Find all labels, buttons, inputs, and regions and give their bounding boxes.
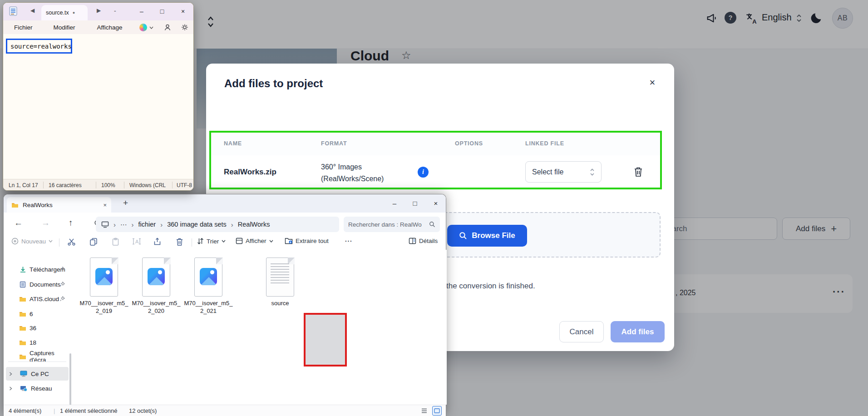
notepad-minimize-button[interactable]: – (134, 5, 149, 18)
explorer-tab[interactable]: RealWorks × (7, 197, 111, 213)
line-ending: Windows (CRL (129, 182, 166, 188)
this-pc-icon[interactable] (101, 221, 109, 228)
notepad-window: ◀ source.tx ● ▶ - – □ × Fichier Modifier… (3, 2, 194, 191)
selection-count: 1 élément sélectionné (60, 407, 117, 414)
file-label-line1: M70__isover_m5_ (131, 299, 182, 307)
add-files-submit-button[interactable]: Add files (611, 321, 665, 342)
explorer-maximize-button[interactable]: □ (407, 196, 423, 210)
tab-forward-icon[interactable]: ▶ (97, 7, 101, 14)
file-name: RealWorks.zip (224, 168, 276, 177)
thumbnail-view-icon[interactable] (432, 406, 442, 416)
copilot-chevron-icon[interactable] (149, 26, 153, 29)
sidebar-item-reseau[interactable]: Réseau (6, 381, 69, 395)
details-button[interactable]: Détails (409, 238, 438, 244)
search-icon (429, 221, 435, 228)
unsaved-dot-icon: ● (73, 10, 75, 15)
share-icon[interactable] (153, 238, 162, 246)
account-icon[interactable] (164, 24, 171, 31)
sidebar-label: 6 (30, 311, 33, 317)
crumb-ellipsis[interactable]: ··· (120, 221, 127, 228)
tab-close-icon[interactable]: × (103, 202, 107, 208)
sort-button[interactable]: Trier (197, 238, 226, 245)
crumb-datasets[interactable]: 360 image data sets (167, 221, 227, 228)
notepad-tab[interactable]: source.tx ● (41, 5, 88, 20)
rename-icon[interactable]: A (132, 238, 141, 245)
nav-up-icon[interactable]: ↑ (69, 218, 73, 228)
file-item-020[interactable]: M70__isover_m5_2_020 (131, 258, 182, 315)
tab-back-icon[interactable]: ◀ (30, 7, 35, 14)
new-tab-icon[interactable]: + (123, 198, 128, 208)
delete-file-icon[interactable] (633, 166, 643, 178)
sidebar-item-documents[interactable]: Documents (6, 277, 69, 291)
delete-icon[interactable] (176, 238, 183, 246)
col-linked-file: LINKED FILE (525, 140, 564, 147)
chevron-down-icon (269, 240, 273, 243)
paste-icon[interactable] (112, 238, 119, 246)
file-item-021[interactable]: M70__isover_m5_2_021 (183, 258, 234, 315)
search-icon (459, 232, 467, 240)
sort-icon (197, 238, 204, 245)
crumb-realworks[interactable]: RealWorks (238, 221, 270, 228)
sidebar-item-folder-6[interactable]: 6 (6, 307, 69, 321)
sidebar-item-downloads[interactable]: Téléchargem (6, 262, 69, 276)
explorer-search-input[interactable]: Rechercher dans : RealWo (344, 217, 440, 232)
notepad-close-button[interactable]: × (175, 5, 191, 18)
network-icon (20, 385, 27, 391)
list-view-icon[interactable] (419, 406, 429, 416)
notepad-tab-label: source.tx (46, 10, 69, 16)
folder-icon (19, 325, 26, 331)
screen: ? A English AB Cloud ☆ earch Add files +… (0, 0, 868, 416)
cut-icon[interactable] (67, 238, 76, 246)
copilot-icon[interactable] (139, 24, 147, 31)
menu-fichier[interactable]: Fichier (10, 23, 36, 32)
select-file-dropdown[interactable]: Select file (525, 161, 602, 183)
view-button[interactable]: Afficher (236, 238, 273, 244)
col-name: NAME (224, 140, 242, 147)
sidebar-item-folder-36[interactable]: 36 (6, 321, 69, 335)
extract-all-button[interactable]: Extraire tout (285, 238, 329, 244)
notepad-maximize-button[interactable]: □ (154, 5, 170, 18)
notepad-statusbar: Ln 1, Col 17 16 caractères 100% Windows … (3, 179, 193, 191)
image-file-icon (142, 258, 170, 297)
new-button[interactable]: Nouveau (11, 238, 53, 245)
copy-icon[interactable] (89, 238, 98, 246)
crumb-sep: › (231, 221, 233, 228)
modal-close-icon[interactable]: × (644, 74, 661, 91)
file-label-line1: M70__isover_m5_ (79, 299, 129, 307)
explorer-close-button[interactable]: × (428, 196, 444, 210)
sidebar-label: 36 (30, 325, 36, 332)
sidebar-item-atis-cloud[interactable]: ATIS.cloud (6, 292, 69, 306)
breadcrumb: › ··· › fichier › 360 image data sets › … (96, 217, 339, 232)
nav-forward-icon[interactable]: → (41, 218, 50, 228)
explorer-sidebar: Téléchargem Documents ATIS.cloud 6 36 (4, 250, 72, 405)
settings-gear-icon[interactable] (181, 24, 188, 31)
files-table-header: NAME FORMAT OPTIONS LINKED FILE (211, 133, 660, 156)
folder-icon (19, 311, 26, 317)
toolbar-more-icon[interactable]: ··· (345, 238, 353, 244)
browse-file-button[interactable]: Browse File (447, 225, 527, 247)
sidebar-item-folder-18[interactable]: 18 (6, 336, 69, 349)
info-icon[interactable]: i (418, 167, 429, 178)
editor-text[interactable]: source=realworks (10, 43, 72, 50)
chevron-down-icon (49, 240, 53, 243)
nav-back-icon[interactable]: ← (14, 218, 23, 228)
extract-label: Extraire tout (296, 238, 329, 244)
sidebar-label: Documents (30, 281, 60, 288)
menu-affichage[interactable]: Affichage (94, 23, 126, 32)
sidebar-item-ce-pc[interactable]: Ce PC (6, 367, 69, 381)
format-line1: 360° Images (321, 161, 384, 173)
file-item-source[interactable]: source (255, 258, 306, 307)
folder-icon (19, 354, 26, 360)
folder-icon (11, 202, 19, 208)
table-row: RealWorks.zip 360° Images (RealWorks/Sce… (211, 155, 660, 189)
cancel-button[interactable]: Cancel (559, 321, 604, 342)
new-label: Nouveau (21, 238, 46, 245)
zoom-level[interactable]: 100% (101, 182, 115, 188)
menu-modifier[interactable]: Modifier (50, 23, 79, 32)
explorer-minimize-button[interactable]: – (387, 196, 402, 210)
sidebar-label: ATIS.cloud (30, 296, 59, 302)
selection-size: 12 octet(s) (129, 407, 157, 414)
crumb-fichier[interactable]: fichier (138, 221, 156, 228)
encoding: UTF-8 (177, 182, 192, 188)
file-item-019[interactable]: M70__isover_m5_2_019 (79, 258, 129, 315)
